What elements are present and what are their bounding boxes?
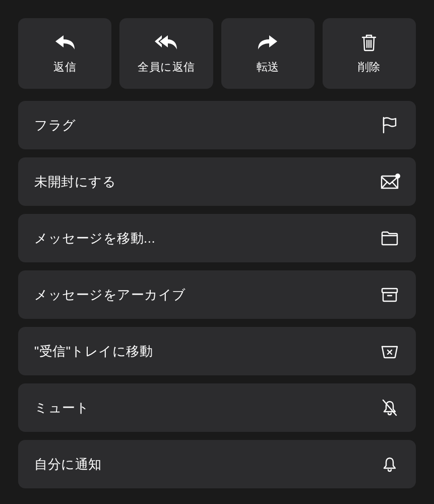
move-to-inbox-row[interactable]: "受信"トレイに移動	[18, 327, 416, 375]
mute-label: ミュート	[34, 399, 89, 417]
action-list: フラグ 未開封にする メッセージを移動...	[18, 101, 416, 488]
envelope-badge-icon	[380, 172, 400, 192]
notify-me-row[interactable]: 自分に通知	[18, 440, 416, 488]
svg-point-1	[395, 174, 400, 179]
mute-row[interactable]: ミュート	[18, 383, 416, 432]
archive-label: メッセージをアーカイブ	[34, 286, 186, 304]
junk-bin-icon	[380, 341, 400, 361]
flag-label: フラグ	[34, 117, 76, 134]
move-message-label: メッセージを移動...	[34, 230, 155, 247]
reply-label: 返信	[53, 60, 76, 75]
folder-icon	[380, 228, 400, 248]
move-to-inbox-label: "受信"トレイに移動	[34, 343, 153, 360]
reply-all-icon	[155, 32, 178, 52]
move-message-row[interactable]: メッセージを移動...	[18, 214, 416, 262]
forward-label: 転送	[257, 60, 279, 75]
notify-me-label: 自分に通知	[34, 456, 102, 473]
flag-row[interactable]: フラグ	[18, 101, 416, 149]
delete-label: 削除	[358, 60, 381, 75]
mark-unread-row[interactable]: 未開封にする	[18, 157, 416, 206]
bell-slash-icon	[380, 398, 400, 418]
trash-icon	[357, 32, 381, 52]
reply-all-button[interactable]: 全員に返信	[119, 18, 213, 89]
reply-button[interactable]: 返信	[18, 18, 111, 89]
mark-unread-label: 未開封にする	[34, 173, 116, 191]
forward-icon	[256, 32, 279, 52]
svg-rect-2	[382, 289, 397, 293]
archive-box-icon	[380, 285, 400, 305]
reply-icon	[53, 32, 77, 52]
flag-icon	[380, 115, 400, 135]
bell-icon	[380, 454, 400, 474]
delete-button[interactable]: 削除	[323, 18, 416, 89]
forward-button[interactable]: 転送	[221, 18, 315, 89]
reply-all-label: 全員に返信	[138, 60, 195, 75]
mail-action-sheet: 返信 全員に返信 転送	[0, 0, 434, 488]
archive-row[interactable]: メッセージをアーカイブ	[18, 270, 416, 319]
quick-actions-row: 返信 全員に返信 転送	[18, 18, 416, 89]
